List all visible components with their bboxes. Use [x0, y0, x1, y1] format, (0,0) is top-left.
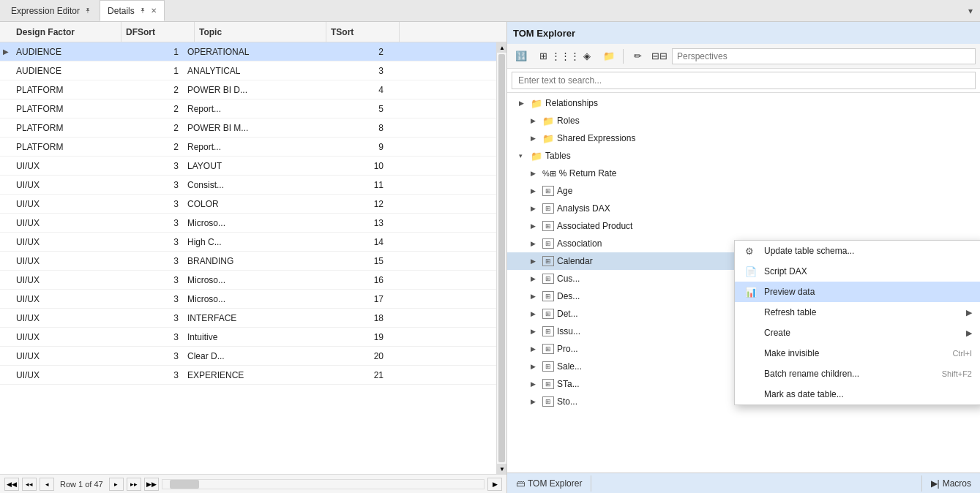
tree-item-age[interactable]: ▶ ⊞ Age [507, 182, 980, 200]
cell-dfsort: 2 [110, 123, 183, 133]
tool-cube-btn[interactable]: ◈ [577, 48, 596, 65]
ctx-menu-item-mark-as-date-table[interactable]: Mark as date table... [735, 384, 980, 404]
cell-topic: High C... [183, 237, 315, 247]
ctx-menu-item-make-invisible[interactable]: Make invisible Ctrl+I [735, 343, 980, 364]
cell-tsort: 2 [315, 47, 388, 57]
table-row[interactable]: ▶ AUDIENCE 1 OPERATIONAL 2 [0, 42, 496, 61]
table-row[interactable]: UI/UX 3 Consist... 11 [0, 176, 496, 195]
table-row[interactable]: UI/UX 3 Microso... 16 [0, 271, 496, 290]
table-row[interactable]: UI/UX 3 EXPERIENCE 21 [0, 366, 496, 385]
cell-topic: BRANDING [183, 256, 315, 266]
table-row[interactable]: PLATFORM 2 POWER BI M... 8 [0, 118, 496, 138]
scroll-thumb[interactable] [498, 54, 505, 462]
ctx-menu-item-create[interactable]: Create ▶ [735, 323, 980, 343]
cell-tsort: 19 [315, 332, 388, 342]
tab-expression-editor[interactable]: Expression Editor 🖈 [3, 0, 100, 21]
tool-calculator-btn[interactable]: 🔢 [512, 48, 531, 65]
details-pin-icon[interactable]: 🖈 [139, 7, 146, 15]
tree-item-shared-expressions[interactable]: ▶ 📁 Shared Expressions [507, 129, 980, 147]
cell-design-factor: UI/UX [12, 351, 110, 361]
tree-item-analysis-dax[interactable]: ▶ ⊞ Analysis DAX [507, 200, 980, 217]
nav-first-btn[interactable]: ◀◀ [4, 478, 19, 491]
table-row[interactable]: UI/UX 3 Clear D... 20 [0, 347, 496, 366]
nav-next-next-btn[interactable]: ▸▸ [127, 478, 141, 491]
table-row[interactable]: UI/UX 3 INTERFACE 18 [0, 309, 496, 328]
table-row[interactable]: PLATFORM 2 POWER BI D... 4 [0, 80, 496, 99]
tab-expression-editor-label: Expression Editor [11, 6, 80, 16]
macros-arrow-icon: ▶| [931, 478, 940, 489]
tab-details[interactable]: Details 🖈 ✕ [100, 0, 165, 21]
cell-dfsort: 2 [110, 104, 183, 114]
tree-item--return-rate[interactable]: ▶ %⊞ % Return Rate [507, 165, 980, 182]
ctx-menu-item-update-table-schema[interactable]: ⚙ Update table schema... [735, 241, 980, 261]
cell-dfsort: 3 [110, 370, 183, 380]
folder-icon: 📁 [542, 133, 554, 144]
expression-editor-pin-icon[interactable]: 🖈 [84, 7, 91, 15]
tool-edit-btn[interactable]: ✏ [628, 48, 647, 65]
h-scroll-right-btn[interactable]: ▶ [487, 478, 502, 491]
ctx-menu-item-preview-data[interactable]: 📊 Preview data [735, 282, 980, 302]
table-row[interactable]: UI/UX 3 LAYOUT 10 [0, 157, 496, 176]
nav-next-btn[interactable]: ▸ [109, 478, 124, 491]
tree-item-roles[interactable]: ▶ 📁 Roles [507, 112, 980, 129]
perspectives-input[interactable] [672, 48, 976, 64]
tree-item-label: Age [557, 186, 572, 196]
tree-item-relationships[interactable]: ▶ 📁 Relationships [507, 94, 980, 112]
table-icon: ⊞ [542, 326, 554, 336]
search-input[interactable] [512, 72, 976, 89]
tool-hierarchy-btn[interactable]: ⋮⋮⋮ [556, 48, 575, 65]
bottom-tabs: 🗃 TOM Explorer ▶| Macros [507, 473, 980, 493]
tab-dropdown[interactable]: ▾ [964, 6, 977, 16]
table-icon: ⊞ [542, 361, 554, 372]
tool-folder-btn[interactable]: 📁 [599, 48, 618, 65]
col-header-design-factor: Design Factor [12, 22, 121, 42]
cell-design-factor: UI/UX [12, 218, 110, 228]
cell-topic: INTERFACE [183, 313, 315, 323]
table-row[interactable]: PLATFORM 2 Report... 5 [0, 99, 496, 118]
cell-tsort: 9 [315, 142, 388, 152]
table-row[interactable]: UI/UX 3 COLOR 12 [0, 195, 496, 214]
nav-last-btn[interactable]: ▶▶ [144, 478, 159, 491]
ctx-menu-item-batch-rename-children[interactable]: Batch rename children... Shift+F2 [735, 364, 980, 384]
main-layout: Design Factor DFSort Topic TSort ▶ AUDIE… [0, 22, 980, 493]
scroll-down-btn[interactable]: ▼ [497, 464, 506, 474]
tool-columns-btn[interactable]: ⊟⊟ [650, 48, 669, 65]
nav-prev-prev-btn[interactable]: ◂◂ [22, 478, 37, 491]
chevron-icon: ▶ [531, 187, 539, 195]
tom-explorer-title: TOM Explorer [513, 28, 575, 39]
tree-item-label: Association [557, 238, 602, 249]
table-row[interactable]: AUDIENCE 1 ANALYTICAL 3 [0, 61, 496, 80]
table-icon: ⊞ [542, 238, 554, 249]
cell-topic: Consist... [183, 180, 315, 190]
ctx-menu-item-refresh-table[interactable]: Refresh table ▶ [735, 302, 980, 323]
tom-explorer-bottom-tab[interactable]: 🗃 TOM Explorer [507, 475, 591, 492]
cell-topic: COLOR [183, 199, 315, 209]
macros-btn[interactable]: ▶| Macros [921, 475, 980, 492]
cell-design-factor: UI/UX [12, 370, 110, 380]
table-row[interactable]: UI/UX 3 Microso... 13 [0, 214, 496, 233]
cell-dfsort: 1 [110, 47, 183, 57]
tree-item-associated-product[interactable]: ▶ ⊞ Associated Product [507, 217, 980, 235]
h-scroll-thumb[interactable] [170, 480, 199, 489]
table-row[interactable]: UI/UX 3 High C... 14 [0, 233, 496, 252]
details-close-icon[interactable]: ✕ [151, 7, 157, 15]
table-row[interactable]: UI/UX 3 BRANDING 15 [0, 252, 496, 271]
vertical-scrollbar[interactable]: ▲ ▼ [496, 42, 506, 474]
cell-design-factor: PLATFORM [12, 104, 110, 114]
horizontal-scrollbar[interactable] [162, 479, 485, 489]
tool-grid-btn[interactable]: ⊞ [534, 48, 553, 65]
ctx-menu-item-script-dax[interactable]: 📄 Script DAX [735, 261, 980, 282]
table-row[interactable]: UI/UX 3 Intuitive 19 [0, 328, 496, 347]
table-row[interactable]: UI/UX 3 Microso... 17 [0, 290, 496, 309]
cell-topic: ANALYTICAL [183, 66, 315, 76]
tree-item-tables[interactable]: ▾ 📁 Tables [507, 147, 980, 165]
nav-prev-btn[interactable]: ◂ [40, 478, 54, 491]
table-icon: ⊞ [542, 396, 554, 407]
table-row[interactable]: PLATFORM 2 Report... 9 [0, 138, 496, 157]
scroll-up-btn[interactable]: ▲ [497, 42, 506, 53]
chevron-icon: ▶ [531, 275, 539, 282]
cell-tsort: 17 [315, 294, 388, 304]
cell-dfsort: 3 [110, 275, 183, 285]
cell-dfsort: 2 [110, 85, 183, 95]
ctx-item-icon: ⚙ [745, 246, 757, 257]
